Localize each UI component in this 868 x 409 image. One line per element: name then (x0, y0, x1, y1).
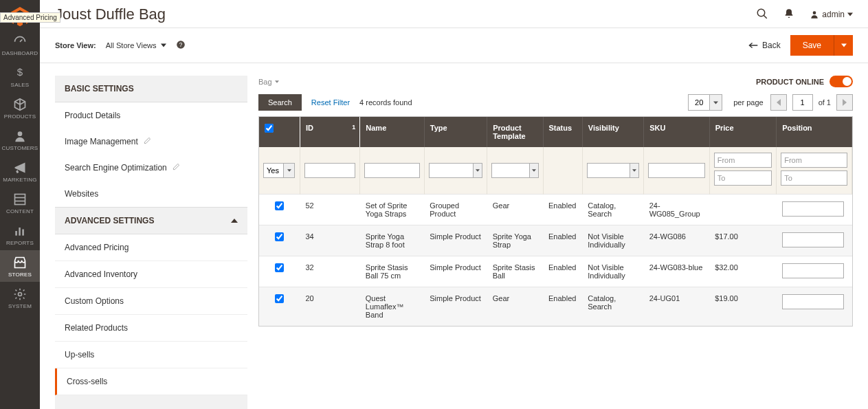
filter-type[interactable] (429, 163, 474, 178)
cell-status: Enabled (543, 195, 582, 225)
nav-products[interactable]: PRODUCTS (0, 92, 40, 124)
filter-checked[interactable] (263, 163, 284, 178)
next-page-button[interactable] (836, 94, 853, 111)
svg-text:?: ? (179, 42, 182, 48)
filter-price-from[interactable] (714, 153, 772, 168)
row-checkbox[interactable] (275, 232, 284, 241)
settings-item-up-sells[interactable]: Up-sells (55, 342, 247, 368)
cell-template: Gear (487, 195, 543, 225)
nav-system[interactable]: SYSTEM (0, 282, 40, 313)
settings-item-custom-options[interactable]: Custom Options (55, 288, 247, 315)
settings-item-product-details[interactable]: Product Details (55, 102, 247, 129)
attribute-set-label: Bag (258, 78, 272, 86)
product-online-label: PRODUCT ONLINE (756, 78, 824, 86)
help-icon[interactable]: ? (176, 40, 186, 51)
col-header-type[interactable]: Type (424, 117, 487, 147)
col-header-sku[interactable]: SKU (644, 117, 710, 147)
attribute-set-chip[interactable]: Bag (258, 76, 279, 87)
back-button[interactable]: Back (748, 41, 781, 50)
col-header-status[interactable]: Status (543, 117, 582, 147)
settings-panel: BASIC SETTINGS Product DetailsImage Mana… (55, 76, 247, 409)
filter-position-from[interactable] (781, 153, 847, 168)
filter-id[interactable] (304, 163, 355, 178)
page-input[interactable] (792, 94, 813, 111)
notifications-icon[interactable] (783, 8, 794, 21)
settings-item-related-products[interactable]: Related Products (55, 315, 247, 342)
table-row[interactable]: 20Quest Lumaflex™ BandSimple ProductGear… (259, 287, 852, 327)
settings-item-cross-sells[interactable]: Cross-sells (55, 368, 247, 395)
row-checkbox[interactable] (275, 201, 284, 210)
settings-item-advanced-inventory[interactable]: Advanced Inventory (55, 261, 247, 288)
svg-rect-2 (15, 195, 25, 205)
col-header-price[interactable]: Price (709, 117, 777, 147)
filter-type-dd[interactable] (474, 163, 482, 178)
col-header-name[interactable]: Name (360, 117, 424, 147)
nav-content[interactable]: CONTENT (0, 187, 40, 219)
user-label: admin (822, 10, 845, 19)
per-page-dropdown[interactable] (710, 94, 722, 111)
filter-position-to[interactable] (781, 170, 847, 186)
cell-sku: 24-WG083-blue (644, 256, 710, 287)
nav-stores[interactable]: STORES (0, 250, 40, 282)
cell-type: Simple Product (424, 287, 487, 327)
nav-label: SYSTEM (0, 303, 40, 309)
settings-item-advanced-pricing[interactable]: Advanced Pricing (55, 234, 247, 261)
cell-status: Enabled (543, 256, 582, 287)
settings-item-label: Cross-sells (67, 377, 107, 386)
nav-reports[interactable]: REPORTS (0, 219, 40, 250)
grid-search-button[interactable]: Search (258, 94, 302, 111)
position-input[interactable] (782, 294, 844, 309)
nav-customers[interactable]: CUSTOMERS (0, 124, 40, 155)
store-view-selector[interactable]: All Store Views (106, 41, 166, 49)
position-input[interactable] (782, 232, 844, 247)
filter-visibility-dd[interactable] (630, 163, 639, 178)
per-page-label: per page (733, 98, 763, 107)
search-icon[interactable] (756, 8, 768, 22)
position-input[interactable] (782, 201, 844, 217)
col-header-template[interactable]: Product Template (487, 117, 543, 147)
nav-marketing[interactable]: MARKETING (0, 155, 40, 187)
save-button[interactable]: Save (790, 35, 834, 56)
nav-sales[interactable]: $SALES (0, 60, 40, 92)
filter-name[interactable] (364, 163, 419, 178)
user-menu[interactable]: admin (810, 10, 853, 19)
cell-price (709, 195, 777, 225)
reset-filter-link[interactable]: Reset Filter (311, 98, 350, 107)
cell-id: 32 (300, 256, 359, 287)
prev-page-button[interactable] (770, 94, 787, 111)
marketing-icon (0, 161, 40, 175)
filter-template-dd[interactable] (530, 163, 539, 178)
filter-checked-dd[interactable] (284, 163, 295, 178)
settings-item-label: Advanced Inventory (65, 269, 137, 279)
settings-item-image-management[interactable]: Image Management (55, 129, 247, 155)
nav-label: MARKETING (0, 177, 40, 183)
col-header-visibility[interactable]: Visibility (582, 117, 643, 147)
position-input[interactable] (782, 263, 844, 278)
row-checkbox[interactable] (275, 263, 284, 272)
filter-price-to[interactable] (714, 170, 772, 186)
filter-sku[interactable] (648, 163, 705, 178)
filter-template[interactable] (491, 163, 530, 178)
cell-price: $32.00 (709, 256, 777, 287)
filter-visibility[interactable] (587, 163, 630, 178)
nav-label: DASHBOARD (0, 50, 40, 56)
col-header-id[interactable]: ID1 (300, 117, 359, 147)
svg-point-11 (813, 11, 816, 14)
page-of-label: of 1 (819, 98, 831, 107)
advanced-settings-header[interactable]: ADVANCED SETTINGS (55, 207, 247, 234)
settings-item-search-engine-optimization[interactable]: Search Engine Optimization (55, 155, 247, 181)
table-row[interactable]: 32Sprite Stasis Ball 75 cmSimple Product… (259, 256, 852, 287)
col-header-position[interactable]: Position (777, 117, 852, 147)
product-online-toggle[interactable] (830, 76, 853, 87)
row-checkbox[interactable] (275, 294, 284, 303)
nav-dashboard[interactable]: DASHBOARD (0, 29, 40, 60)
select-all-checkbox[interactable] (265, 124, 274, 133)
chevron-down-icon (713, 100, 718, 105)
table-row[interactable]: 52Set of Sprite Yoga StrapsGrouped Produ… (259, 195, 852, 225)
per-page-input[interactable] (688, 94, 710, 111)
save-dropdown[interactable] (834, 35, 853, 56)
settings-item-websites[interactable]: Websites (55, 181, 247, 207)
cell-name: Quest Lumaflex™ Band (360, 287, 424, 327)
nav-label: CUSTOMERS (0, 145, 40, 151)
table-row[interactable]: 34Sprite Yoga Strap 8 footSimple Product… (259, 225, 852, 256)
